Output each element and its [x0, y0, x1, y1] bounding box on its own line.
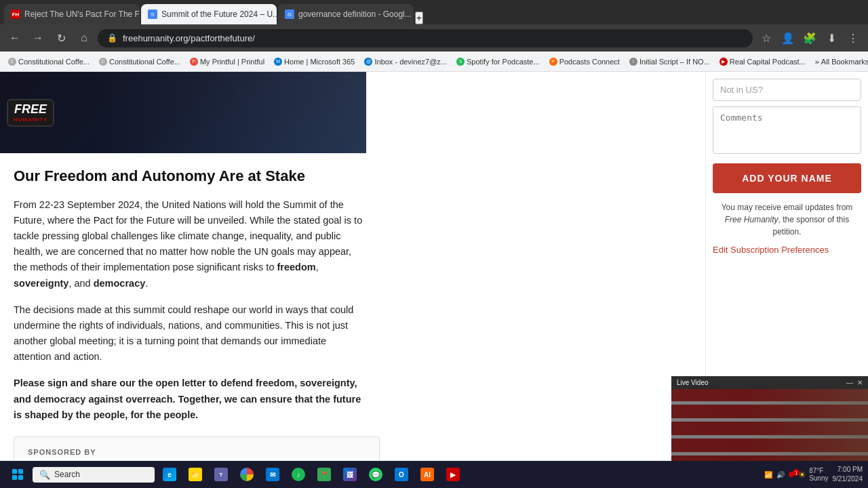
taskbar-app-spotify[interactable]: ♪ [286, 462, 311, 487]
windows-icon [12, 469, 23, 480]
back-button[interactable]: ← [5, 28, 24, 47]
bookmark-8[interactable]: I Initial Script – If NO... [627, 56, 713, 67]
clock-date: 9/21/2024 [833, 474, 863, 484]
tray-volume[interactable]: 🔊 [776, 471, 785, 479]
file-explorer-icon: 📁 [189, 468, 202, 481]
taskbar-app-file-explorer[interactable]: 📁 [183, 462, 208, 487]
taskbar-search[interactable]: 🔍 Search [33, 467, 155, 483]
bookmark-3[interactable]: P My Printful | Printful [187, 56, 267, 67]
search-label: Search [54, 470, 80, 479]
profile-icon[interactable]: 👤 [778, 28, 797, 47]
tab-1[interactable]: FH Reject The UN's Pact For The F... ✕ [4, 4, 140, 24]
article-cta-bold: Please sign and share our the open lette… [14, 378, 361, 420]
taskbar-app-photos[interactable]: 🖼 [338, 462, 362, 487]
mail-icon: ✉ [266, 468, 279, 481]
not-in-us-input[interactable] [713, 79, 861, 101]
bold-freedom: freedom [277, 262, 315, 272]
tab-favicon-1: FH [11, 9, 20, 19]
bookmark-icon-9: ▶ [719, 58, 728, 66]
security-icon: 🔒 [107, 33, 117, 43]
bookmark-icon-6: S [456, 58, 465, 66]
extension-icon[interactable]: 🧩 [800, 28, 819, 47]
bold-democracy: democracy [94, 278, 146, 289]
taskbar-app-ai[interactable]: AI [415, 462, 439, 487]
win-square-3 [12, 475, 17, 480]
weather-info: 87°F Sunny [809, 467, 828, 482]
taskbar-app-edge[interactable]: e [157, 462, 182, 487]
bookmark-all[interactable]: » All Bookmarks [812, 56, 868, 67]
comments-textarea[interactable] [713, 106, 861, 154]
win-square-4 [18, 475, 23, 480]
add-name-button[interactable]: ADD YOUR NAME [713, 163, 861, 193]
toolbar-icons: ☆ 👤 🧩 ⬇ ⋮ [757, 28, 863, 47]
tab-label-3: governance definition - Googl... [298, 9, 412, 19]
email-notice-brand: Free Humanity [725, 215, 778, 224]
search-icon: 🔍 [39, 470, 50, 480]
reload-button[interactable]: ↻ [52, 28, 71, 47]
article-paragraph-1: From 22-23 September 2024, the United Na… [14, 197, 366, 291]
whatsapp-icon: 💬 [369, 468, 382, 481]
taskbar-app-chrome[interactable] [235, 462, 259, 487]
bookmark-2[interactable]: C Constitutional Coffe... [96, 56, 183, 67]
video-title: Live Video [677, 379, 709, 386]
toolbar: ← → ↻ ⌂ 🔒 freehumanity.org/pactforthefut… [0, 24, 868, 52]
hero-image: FREE HUMANITY [0, 72, 366, 153]
email-notice-suffix: , the sponsor of this petition. [772, 215, 849, 237]
bookmark-7[interactable]: P Podcasts Connect [547, 56, 623, 67]
video-minimize[interactable]: — [846, 379, 853, 386]
bookmark-4[interactable]: M Home | Microsoft 365 [271, 56, 357, 67]
tab-2[interactable]: S Summit of the Future 2024 – U... ✕ [141, 4, 277, 24]
settings-icon[interactable]: ⋮ [844, 28, 863, 47]
edit-subscription-link[interactable]: Edit Subscription Preferences [713, 245, 861, 255]
clock-widget[interactable]: 7:00 PM 9/21/2024 [833, 465, 863, 484]
taskbar-app-mail[interactable]: ✉ [260, 462, 285, 487]
notification-badge[interactable]: 1 [789, 472, 794, 477]
youtube-icon: ▶ [446, 468, 460, 481]
bookmark-5[interactable]: @ Inbox - devinez7@z... [361, 56, 450, 67]
bookmark-star-icon[interactable]: ☆ [757, 28, 776, 47]
video-close[interactable]: ✕ [857, 379, 863, 386]
tab-favicon-3: G [285, 9, 294, 19]
tab-label-2: Summit of the Future 2024 – U... [161, 9, 277, 19]
new-tab-button[interactable]: + [415, 12, 423, 24]
taskbar-app-youtube[interactable]: ▶ [441, 462, 465, 487]
bookmark-icon-8: I [629, 58, 637, 66]
weather-condition: Sunny [809, 474, 828, 482]
bookmark-icon-5: @ [364, 58, 372, 66]
clock-time: 7:00 PM [833, 465, 863, 474]
weather-icon: ☀ [798, 470, 806, 480]
outlook-icon: O [395, 468, 408, 481]
taskbar-app-maps[interactable]: 📍 [312, 462, 336, 487]
home-button[interactable]: ⌂ [75, 28, 94, 47]
win-square-2 [18, 469, 23, 474]
maps-icon: 📍 [317, 468, 331, 481]
tab-3[interactable]: G governance definition - Googl... ✕ [278, 4, 414, 24]
tray-network[interactable]: 📶 [764, 471, 772, 479]
article-paragraph-2: The decisions made at this summit could … [14, 302, 366, 365]
address-bar[interactable]: 🔒 freehumanity.org/pactforthefuture/ [98, 29, 753, 47]
taskbar-app-outlook[interactable]: O [389, 462, 414, 487]
bookmark-6[interactable]: S Spotify for Podcaste... [454, 56, 542, 67]
taskbar-app-teams[interactable]: T [209, 462, 233, 487]
tab-bar: FH Reject The UN's Pact For The F... ✕ S… [0, 0, 868, 24]
url-display: freehumanity.org/pactforthefuture/ [123, 33, 743, 43]
bookmark-9[interactable]: ▶ Real Capital Podcast... [717, 56, 808, 67]
bookmark-1[interactable]: C Constitutional Coffe... [5, 56, 92, 67]
bold-sovereignty: sovereignty [14, 278, 68, 289]
taskbar-app-whatsapp[interactable]: 💬 [363, 462, 388, 487]
article-paragraph-3: Please sign and share our the open lette… [14, 375, 366, 423]
win-square-1 [12, 469, 17, 474]
forward-button[interactable]: → [28, 28, 47, 47]
edge-icon: e [163, 468, 176, 481]
start-button[interactable] [5, 462, 30, 487]
free-humanity-logo: FREE HUMANITY [7, 99, 54, 127]
ai-icon: AI [420, 468, 434, 481]
tab-favicon-2: S [148, 9, 157, 19]
article-title: Our Freedom and Autonomy Are at Stake [14, 167, 366, 186]
bookmark-icon-3: P [190, 58, 198, 66]
spotify-icon: ♪ [292, 468, 305, 481]
bookmark-icon-1: C [8, 58, 16, 66]
video-header: Live Video — ✕ [671, 376, 868, 389]
download-icon[interactable]: ⬇ [822, 28, 841, 47]
email-notice: You may receive email updates from Free … [713, 201, 861, 238]
